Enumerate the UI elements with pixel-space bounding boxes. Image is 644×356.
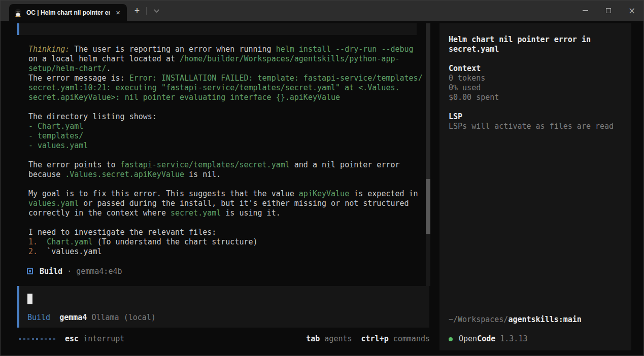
text-segment: `values.yaml: [38, 247, 101, 256]
hint-key-ctrlp: ctrl+p: [361, 334, 389, 343]
scrollbar-track-top[interactable]: [426, 23, 430, 179]
session-title: Helm chart nil pointer error in secret.y…: [449, 35, 622, 54]
text-segment: - values.yaml: [28, 141, 88, 150]
spinner-dot: [45, 338, 47, 340]
spinner-dot: [36, 338, 38, 340]
spinner-dot: [32, 338, 34, 340]
chat-line: values.yaml or passed during the install…: [28, 199, 423, 208]
app-name-code: Code: [477, 334, 495, 344]
app-version-row: OpenCode 1.3.13: [449, 334, 622, 344]
hint-label-interrupt: interrupt: [79, 334, 124, 343]
chevron-down-icon: [154, 7, 159, 12]
chat-line: The error points to fastapi-service/temp…: [28, 160, 423, 170]
agent-status-line: Build · gemma4:e4b: [27, 266, 122, 276]
workspace-path-prefix: ~/Workspaces/: [449, 315, 508, 324]
spinner-dot: [41, 338, 43, 340]
context-heading: Context: [449, 64, 622, 74]
text-segment: on a local helm chart located at: [28, 54, 180, 63]
text-segment: 2.: [28, 247, 38, 256]
prompt-input[interactable]: Build gemma4 Ollama (local): [17, 286, 429, 328]
hint-label-agents: agents: [320, 334, 352, 343]
text-segment: (To understand the chart structure): [92, 237, 257, 246]
tabbar-divider: [146, 7, 147, 15]
terminal-tab[interactable]: OC | Helm chart nil pointer er ×: [9, 4, 127, 21]
status-dot-icon: [449, 337, 453, 341]
text-segment: - Chart.yaml: [28, 122, 83, 131]
text-segment: is using it.: [221, 208, 280, 218]
text-segment: The error points to: [28, 160, 120, 169]
text-segment: I need to investigate the relevant files…: [28, 228, 216, 237]
text-segment: Thinking:: [28, 45, 70, 54]
title-bar: OC | Helm chart nil pointer er × + ×: [1, 1, 643, 21]
hint-label-commands: commands: [389, 334, 430, 343]
spinner-dots: [19, 338, 55, 340]
text-segment: because: [28, 170, 65, 179]
session-sidebar: Helm chart nil pointer error in secret.y…: [439, 23, 631, 350]
terminal-content: Thinking: The user is reporting an error…: [1, 21, 643, 355]
scrollbar[interactable]: [426, 23, 430, 286]
separator-dot: ·: [67, 267, 72, 276]
text-segment: secret.apiKeyValue>: nil pointer evaluat…: [28, 93, 340, 102]
text-segment: The error message is:: [28, 74, 129, 83]
text-segment: apiKeyValue: [299, 189, 349, 198]
chat-line: 1. Chart.yaml (To understand the chart s…: [28, 237, 423, 247]
text-segment: secret.yaml: [171, 208, 221, 218]
terminal-window: OC | Helm chart nil pointer er × + × Thi…: [0, 0, 644, 356]
chat-line: [28, 218, 423, 228]
maximize-button[interactable]: [597, 1, 620, 21]
new-tab-button[interactable]: +: [131, 5, 143, 17]
tab-title: OC | Helm chart nil pointer er: [26, 9, 110, 16]
chat-line: - templates/: [28, 131, 423, 141]
chat-line: setup/helm-chart/.: [28, 64, 423, 74]
text-segment: helm install --dry-run --debug: [276, 45, 414, 54]
text-segment: and a nil pointer error: [290, 160, 400, 169]
hint-key-esc: esc: [65, 334, 79, 343]
chat-transcript: Thinking: The user is reporting an error…: [28, 45, 423, 257]
text-segment: The directory listing shows:: [28, 112, 157, 121]
text-cursor: [27, 294, 32, 304]
close-button[interactable]: ×: [620, 1, 643, 21]
chat-line: My goal is to fix this error. This sugge…: [28, 189, 423, 199]
chat-line: 2. `values.yaml: [28, 247, 423, 257]
tab-dropdown-button[interactable]: [150, 5, 162, 17]
scrollbar-thumb[interactable]: [426, 179, 430, 234]
context-spent: $0.00 spent: [449, 93, 622, 102]
spinner-dot: [23, 338, 25, 340]
app-name-open: Open: [459, 334, 477, 344]
tab-close-icon[interactable]: ×: [114, 9, 122, 16]
lsp-status: LSPs will activate as files are read: [449, 122, 622, 131]
maximize-icon: [606, 8, 611, 13]
context-used: 0% used: [449, 83, 622, 93]
input-provider-label: Ollama (local): [87, 313, 155, 322]
scrollbar-track-bottom[interactable]: [426, 234, 430, 286]
text-segment: or passed during the install, but it's e…: [79, 199, 409, 208]
text-segment: setup/helm-chart/: [28, 64, 107, 73]
spinner-dot: [27, 338, 29, 340]
input-agent-label: Build: [27, 313, 50, 322]
input-model-label: gemma4: [59, 313, 87, 322]
text-segment: secret.yaml:10:21: executing "fastapi-se…: [28, 83, 400, 92]
previous-message-stub: [17, 23, 417, 35]
minimize-button[interactable]: [573, 1, 597, 21]
status-bar: esc interrupt tab agents ctrl+p commands: [17, 333, 430, 344]
text-segment: Chart.yaml: [47, 237, 92, 246]
chat-line: secret.apiKeyValue>: nil pointer evaluat…: [28, 93, 423, 102]
chat-line: correctly in the context where secret.ya…: [28, 208, 423, 218]
chat-line: I need to investigate the relevant files…: [28, 228, 423, 237]
spinner-dot: [19, 338, 21, 340]
tux-penguin-icon: [14, 8, 22, 17]
close-icon: ×: [628, 7, 635, 15]
chat-line: Thinking: The user is reporting an error…: [28, 45, 423, 54]
workspace-path: ~/Workspaces/agentskills:main: [449, 315, 622, 325]
chat-line: because .Values.secret.apiKeyValue is ni…: [28, 170, 423, 180]
text-segment: 1.: [28, 237, 38, 246]
agent-name: Build: [40, 267, 62, 276]
spinner-dot: [53, 338, 55, 340]
workspace-path-repo: agentskills:main: [508, 315, 582, 324]
chat-line: on a local helm chart located at /home/b…: [28, 54, 423, 64]
text-segment: The user is reporting an error when runn…: [70, 45, 276, 54]
text-segment: Error: INSTALLATION FAILED: template: fa…: [129, 74, 423, 83]
text-segment: .: [107, 64, 111, 73]
chat-line: secret.yaml:10:21: executing "fastapi-se…: [28, 83, 423, 93]
lsp-heading: LSP: [449, 112, 622, 122]
